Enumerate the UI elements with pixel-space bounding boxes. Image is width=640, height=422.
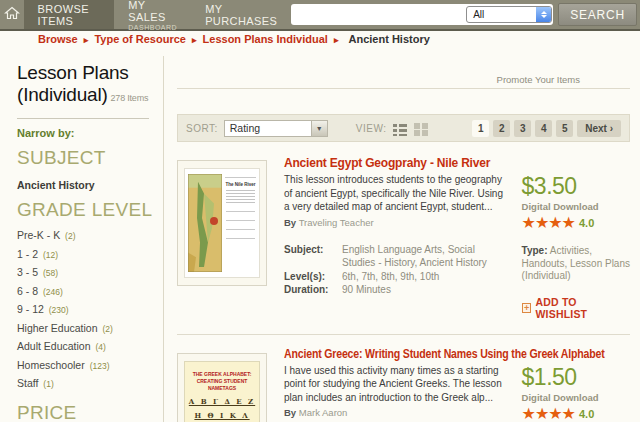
sidebar-divider [17, 118, 149, 119]
product-description: This lesson introduces students to the g… [284, 173, 510, 214]
grade-item-adult-education[interactable]: Adult Education (4) [17, 338, 163, 357]
chevron-down-icon: ▼ [311, 121, 327, 136]
breadcrumb-separator: ▸ [84, 35, 89, 45]
page-button-2[interactable]: 2 [493, 120, 510, 137]
product-list: The Nile River Ancient Egypt Geogprahy -… [177, 156, 630, 422]
grid-view-icon[interactable] [414, 122, 428, 135]
search-filter-select[interactable]: All [466, 6, 552, 23]
meta-label-subject: Subject: [284, 243, 342, 270]
narrow-by-label: Narrow by: [17, 127, 163, 139]
add-to-wishlist-button[interactable]: + ADD TO WISHLIST [522, 296, 630, 320]
grade-item-9-12[interactable]: 9 - 12 (230) [17, 301, 163, 320]
breadcrumb-separator: ▸ [192, 35, 197, 45]
tab-browse-items-label: BROWSE ITEMS [38, 3, 101, 27]
grade-count: (1) [43, 379, 53, 389]
page-button-4[interactable]: 4 [535, 120, 552, 137]
product-byline: By Mark Aaron [284, 407, 510, 418]
grade-count: (12) [43, 250, 58, 260]
meta-value-duration: 90 Minutes [342, 283, 510, 297]
list-view-icon[interactable] [393, 122, 407, 135]
grade-count: (58) [43, 268, 58, 278]
grade-item-homeschooler[interactable]: Homeschooler (123) [17, 357, 163, 376]
product-description: I have used this activity many times as … [284, 364, 510, 405]
product-meta: Subject:English Language Arts, Social St… [284, 243, 510, 297]
author-link[interactable]: Traveling Teacher [299, 217, 374, 228]
tab-my-sales-sublabel: DASHBOARD [128, 24, 177, 31]
product-row-nile-river: The Nile River Ancient Egypt Geogprahy -… [177, 156, 630, 335]
grade-item-6-8[interactable]: 6 - 8 (246) [17, 283, 163, 302]
rating-value: 4.0 [579, 408, 594, 420]
greek-letters-row: Α Β Γ Δ Ε Ζ [188, 397, 256, 406]
facet-subject-ancient-history[interactable]: Ancient History [17, 179, 163, 191]
grade-item-prek-k[interactable]: Pre-K - K (2) [17, 227, 163, 246]
by-label: By [284, 217, 296, 228]
product-info: I have used this activity many times as … [284, 364, 522, 422]
breadcrumb-lesson-plans[interactable]: Lesson Plans Individual [203, 33, 328, 45]
tab-my-sales[interactable]: MY SALES DASHBOARD [114, 0, 191, 29]
facet-heading-subject: SUBJECT [17, 147, 163, 169]
page-button-5[interactable]: 5 [556, 120, 573, 137]
page-button-1[interactable]: 1 [472, 120, 489, 137]
search-button[interactable]: SEARCH [558, 3, 637, 26]
results-toolbar: SORT: Rating ▼ VIEW: 1 2 3 4 5 Next › [177, 114, 630, 142]
product-thumbnail[interactable]: The Nile River [177, 160, 267, 286]
grade-count: (246) [43, 287, 63, 297]
product-title-link[interactable]: Ancient Egypt Geogprahy - Nile River [284, 156, 630, 170]
author-link[interactable]: Mark Aaron [299, 407, 348, 418]
type-label: Type: [522, 245, 548, 256]
main-content: Promote Your Items SORT: Rating ▼ VIEW: … [165, 56, 640, 422]
rating-value: 4.0 [579, 217, 594, 229]
tab-my-purchases[interactable]: MY PURCHASES [191, 0, 291, 29]
breadcrumb: Browse ▸ Type of Resource ▸ Lesson Plans… [38, 33, 430, 45]
grade-item-higher-education[interactable]: Higher Education (2) [17, 320, 163, 339]
meta-value-subject: English Language Arts, Social Studies - … [342, 243, 510, 270]
main-divider [177, 88, 630, 89]
search-filter-value: All [467, 7, 536, 22]
grade-item-1-2[interactable]: 1 - 2 (12) [17, 246, 163, 265]
product-purchase-column: $3.50 Digital Download ★★★★ 4.0 Type: Ac… [522, 173, 630, 320]
greek-letters-row: Η Θ Ι Κ Λ Μ [188, 411, 256, 422]
star-rating-icons[interactable]: ★★★★ [522, 215, 575, 231]
home-icon [4, 6, 20, 24]
rating-row: ★★★★ 4.0 [522, 406, 630, 422]
wishlist-label: ADD TO WISHLIST [535, 296, 630, 320]
sort-label: SORT: [186, 123, 218, 134]
search-input[interactable] [292, 9, 466, 21]
by-label: By [284, 407, 296, 418]
tab-my-purchases-label: MY PURCHASES [205, 3, 277, 27]
product-thumbnail[interactable]: THE GREEK ALPHABET: CREATING STUDENT NAM… [177, 353, 267, 422]
rating-row: ★★★★ 4.0 [522, 215, 630, 231]
select-stepper-icon [536, 7, 551, 22]
star-rating-icons[interactable]: ★★★★ [522, 406, 575, 422]
worksheet-title: The Nile River [225, 182, 256, 187]
product-price: $1.50 [522, 364, 630, 391]
grade-count: (4) [95, 342, 105, 352]
tab-browse-items[interactable]: BROWSE ITEMS [24, 0, 115, 29]
top-nav: BROWSE ITEMS MY SALES DASHBOARD MY PURCH… [0, 0, 640, 31]
grade-item-3-5[interactable]: 3 - 5 (58) [17, 264, 163, 283]
next-page-button[interactable]: Next › [577, 120, 621, 137]
breadcrumb-current: Ancient History [349, 33, 430, 45]
promote-your-items-link[interactable]: Promote Your Items [497, 74, 580, 85]
home-button[interactable] [0, 0, 24, 29]
product-row-greek-alphabet: THE GREEK ALPHABET: CREATING STUDENT NAM… [177, 347, 630, 422]
view-label: VIEW: [356, 123, 387, 134]
worksheet-text: The Nile River [225, 174, 256, 272]
pagination: 1 2 3 4 5 Next › [472, 120, 621, 137]
search-field-wrap: All [291, 4, 553, 25]
breadcrumb-type-of-resource[interactable]: Type of Resource [94, 33, 186, 45]
breadcrumb-browse[interactable]: Browse [38, 33, 78, 45]
breadcrumb-separator: ▸ [334, 35, 339, 45]
meta-value-levels: 6th, 7th, 8th, 9th, 10th [342, 270, 510, 284]
product-purchase-column: $1.50 Digital Download ★★★★ 4.0 Type: Ac… [522, 364, 630, 422]
grade-count: (2) [65, 231, 75, 241]
grade-item-staff[interactable]: Staff (1) [17, 375, 163, 394]
grade-level-list: Pre-K - K (2) 1 - 2 (12) 3 - 5 (58) 6 - … [17, 227, 163, 394]
items-count: 278 Items [111, 93, 149, 103]
grade-count: (123) [90, 361, 110, 371]
page-button-3[interactable]: 3 [514, 120, 531, 137]
meta-label-duration: Duration: [284, 283, 342, 297]
product-title-link[interactable]: Ancient Greece: Writing Student Names Us… [284, 347, 588, 361]
search-area: All SEARCH [291, 0, 640, 29]
sort-select[interactable]: Rating ▼ [224, 120, 328, 137]
